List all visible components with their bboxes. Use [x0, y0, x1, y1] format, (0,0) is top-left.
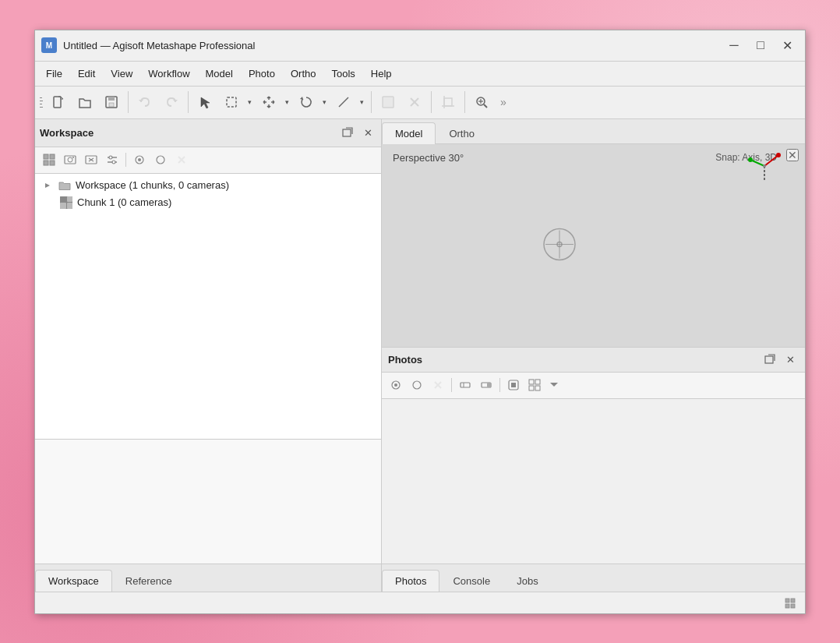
tab-reference[interactable]: Reference [112, 570, 185, 592]
measure-tool-group: ▾ [331, 90, 367, 115]
photos-panel-header: Photos ✕ [382, 348, 805, 373]
app-icon: M [41, 37, 57, 53]
workspace-tree-label: Workspace (1 chunks, 0 cameras) [76, 179, 229, 191]
window-title: Untitled — Agisoft Metashape Professiona… [63, 40, 722, 51]
measure-tool-dropdown[interactable]: ▾ [356, 90, 367, 115]
ws-delete-button[interactable] [172, 150, 191, 169]
toolbar-more-icon[interactable]: » [496, 90, 511, 115]
svg-point-27 [68, 157, 72, 162]
crop-button[interactable] [436, 90, 461, 115]
undo-button[interactable] [132, 90, 157, 115]
pan-tool-button[interactable] [256, 90, 281, 115]
menu-model[interactable]: Model [198, 65, 241, 83]
redo-button[interactable] [159, 90, 184, 115]
viewport-close-button[interactable]: ✕ [786, 149, 799, 161]
workspace-close-button[interactable]: ✕ [359, 124, 376, 141]
svg-rect-66 [529, 386, 534, 390]
toolbar-sep-5 [464, 91, 465, 113]
ws-hide-button[interactable] [151, 150, 170, 169]
photos-contrast-button[interactable] [477, 376, 496, 394]
maximize-button[interactable]: □ [749, 35, 772, 55]
photos-sep-1 [451, 378, 452, 392]
save-button[interactable] [99, 90, 124, 115]
workspace-folder-icon [58, 179, 71, 192]
rotate-tool-dropdown[interactable]: ▾ [319, 90, 330, 115]
toolbar-sep-4 [431, 91, 432, 113]
toolbar: ▾ ▾ ▾ ▾ [35, 87, 805, 119]
workspace-toolbar [35, 147, 381, 174]
tree-item-workspace[interactable]: Workspace (1 chunks, 0 cameras) [35, 177, 381, 194]
tab-jobs[interactable]: Jobs [503, 570, 551, 592]
svg-point-47 [748, 157, 753, 162]
tab-model[interactable]: Model [382, 122, 436, 144]
menu-ortho[interactable]: Ortho [283, 65, 324, 83]
svg-line-9 [339, 105, 341, 107]
svg-rect-24 [44, 161, 48, 165]
toolbar-sep-3 [371, 91, 372, 113]
menu-edit[interactable]: Edit [70, 65, 103, 83]
selection-tool-button[interactable] [219, 90, 244, 115]
photos-brightness-button[interactable] [456, 376, 475, 394]
photos-show-button[interactable] [386, 376, 405, 394]
svg-point-54 [394, 383, 397, 387]
svg-rect-21 [343, 129, 351, 136]
photos-undock-button[interactable] [761, 351, 778, 368]
photos-mask-button[interactable] [504, 376, 523, 394]
main-content: Workspace ✕ [35, 119, 805, 592]
photos-close-button[interactable]: ✕ [782, 351, 799, 368]
svg-rect-63 [511, 383, 516, 387]
toolbar-grip [38, 90, 44, 115]
workspace-tree[interactable]: Workspace (1 chunks, 0 cameras) Chunk 1 … [35, 174, 381, 439]
svg-point-55 [413, 381, 421, 389]
selection-tool-dropdown[interactable]: ▾ [244, 90, 255, 115]
cancel-button[interactable] [402, 90, 427, 115]
svg-rect-65 [535, 380, 540, 384]
ws-show-button[interactable] [130, 150, 149, 169]
menu-view[interactable]: View [103, 65, 140, 83]
menu-tools[interactable]: Tools [323, 65, 362, 83]
rotate-tool-button[interactable] [294, 90, 319, 115]
photos-hide-button[interactable] [408, 376, 426, 394]
menu-file[interactable]: File [38, 65, 70, 83]
minimize-button[interactable]: ─ [722, 35, 746, 55]
svg-text:M: M [46, 41, 52, 50]
measure-tool-button[interactable] [331, 90, 356, 115]
svg-point-28 [72, 157, 74, 158]
left-panel: Workspace ✕ [35, 119, 382, 592]
tab-workspace[interactable]: Workspace [35, 570, 112, 592]
rotate-tool-group: ▾ [294, 90, 330, 115]
tab-photos[interactable]: Photos [382, 570, 439, 592]
photos-grid-button[interactable] [525, 376, 544, 394]
photos-view-dropdown[interactable] [546, 376, 562, 394]
photos-delete-button[interactable] [429, 376, 447, 394]
right-panel: Model Ortho Perspective 30° Snap: Axis, … [382, 119, 805, 592]
tab-ortho[interactable]: Ortho [436, 122, 488, 144]
menu-photo[interactable]: Photo [241, 65, 283, 83]
status-icon [783, 595, 799, 610]
workspace-undock-button[interactable] [339, 124, 356, 141]
chunk-tree-label: Chunk 1 (0 cameras) [77, 196, 171, 208]
close-button[interactable]: ✕ [775, 35, 799, 55]
tree-item-chunk[interactable]: Chunk 1 (0 cameras) [35, 194, 381, 211]
menu-help[interactable]: Help [363, 65, 400, 83]
svg-marker-6 [201, 97, 210, 108]
nav-cross [542, 227, 577, 263]
ws-add-photos-button[interactable] [61, 150, 79, 169]
svg-point-34 [109, 156, 112, 159]
open-button[interactable] [72, 90, 97, 115]
ws-settings-button[interactable] [103, 150, 122, 169]
workspace-expand-icon [41, 179, 54, 192]
ws-remove-photos-button[interactable] [82, 150, 101, 169]
menu-workflow[interactable]: Workflow [140, 65, 197, 83]
svg-rect-52 [765, 356, 773, 363]
ws-add-chunk-button[interactable] [40, 150, 58, 169]
new-button[interactable] [46, 90, 71, 115]
zoom-button[interactable] [469, 90, 494, 115]
tab-console[interactable]: Console [439, 570, 503, 592]
erase-button[interactable] [376, 90, 401, 115]
lower-panel [35, 439, 381, 564]
cursor-tool-button[interactable] [192, 90, 217, 115]
pan-tool-dropdown[interactable]: ▾ [281, 90, 292, 115]
photos-content [382, 399, 805, 564]
svg-marker-41 [45, 183, 50, 188]
